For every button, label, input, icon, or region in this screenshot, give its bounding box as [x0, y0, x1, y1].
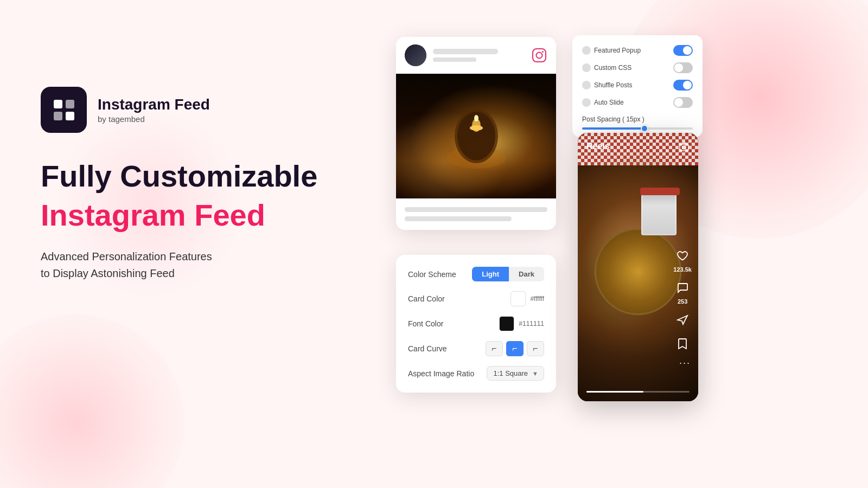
svg-point-17 — [682, 146, 686, 149]
toggle-featured-popup[interactable] — [673, 45, 693, 56]
settings-icon-shuffle — [582, 81, 591, 89]
font-color-value: #111111 — [519, 320, 544, 328]
comment-count: 253 — [678, 298, 687, 305]
curve-btn-rounded[interactable]: ⌐ — [506, 341, 524, 356]
color-row-scheme: Color Scheme Light Dark — [408, 267, 544, 281]
settings-label-featured: Featured Popup — [594, 47, 641, 54]
svg-rect-4 — [533, 49, 546, 62]
bookmark-icon — [678, 338, 687, 352]
logo-text: Instagram Feed by tagembed — [98, 96, 210, 124]
aspect-ratio-value: 1:1 Square — [494, 369, 528, 377]
card-color-swatch[interactable] — [510, 291, 526, 306]
svg-rect-2 — [54, 112, 62, 120]
settings-row-css: Custom CSS — [582, 62, 693, 73]
settings-label-row-autoslide: Auto Slide — [582, 98, 624, 107]
subtext-line1: Advanced Personalization Features — [41, 248, 355, 265]
aspect-ratio-select[interactable]: 1:1 Square ▼ — [487, 366, 545, 381]
send-icon — [676, 314, 688, 328]
post-header-line2 — [433, 57, 476, 62]
more-icon[interactable]: ··· — [679, 357, 691, 369]
post-spacing-container: Post Spacing ( 15px ) — [582, 115, 693, 130]
plate-visual — [595, 228, 681, 315]
svg-point-6 — [542, 51, 544, 53]
card-color-swatch-row: #ffffff — [510, 291, 544, 306]
settings-row-shuffle: Shuffle Posts — [582, 80, 693, 91]
logo-subtitle: by tagembed — [98, 114, 210, 124]
post-footer — [396, 198, 556, 230]
scheme-light-button[interactable]: Light — [472, 267, 509, 281]
post-footer-line1 — [405, 207, 547, 212]
color-scheme-label: Color Scheme — [408, 270, 456, 279]
settings-label-autoslide: Auto Slide — [594, 99, 624, 106]
slider-thumb — [641, 125, 648, 132]
post-image — [396, 74, 556, 198]
bg-blob-bottom-left — [0, 314, 184, 488]
settings-icon-featured — [582, 46, 591, 55]
reels-progress-fill — [586, 391, 643, 393]
scheme-dark-button[interactable]: Dark — [509, 267, 544, 281]
post-spacing-label: Post Spacing ( 15px ) — [582, 115, 693, 123]
color-row-card: Card Color #ffffff — [408, 291, 544, 306]
subtext: Advanced Personalization Features to Dis… — [41, 248, 355, 282]
post-image-candle — [396, 74, 556, 198]
settings-label-css: Custom CSS — [594, 64, 631, 72]
jar-visual — [641, 192, 676, 235]
avatar-inner — [405, 44, 426, 66]
post-card-header — [396, 37, 556, 74]
post-header-lines — [433, 49, 531, 62]
post-header-line1 — [433, 49, 498, 54]
curve-btn-more-rounded[interactable]: ⌐ — [527, 341, 544, 356]
settings-panel: Featured Popup Custom CSS Shuffle Posts … — [572, 35, 703, 137]
post-card — [396, 37, 556, 230]
card-curve-label: Card Curve — [408, 344, 447, 353]
settings-label-row: Featured Popup — [582, 46, 641, 55]
svg-point-15 — [474, 115, 478, 121]
color-row-font: Font Color #111111 — [408, 316, 544, 331]
jar-lid — [640, 188, 680, 195]
settings-icon-autoslide — [582, 98, 591, 107]
color-panel: Color Scheme Light Dark Card Color #ffff… — [396, 255, 556, 393]
instagram-icon — [531, 47, 547, 63]
logo-container: Instagram Feed by tagembed — [41, 87, 355, 133]
svg-point-5 — [537, 53, 542, 59]
toggle-auto-slide[interactable] — [673, 97, 693, 108]
toggle-custom-css[interactable] — [673, 62, 693, 73]
headline-line1: Fully Customizable — [41, 159, 355, 194]
reels-image: Reels 123.5k — [578, 133, 698, 401]
headline-line2: Instagram Feed — [41, 198, 355, 233]
settings-label-row-css: Custom CSS — [582, 63, 631, 72]
reels-card: Reels 123.5k — [578, 133, 698, 401]
logo-title: Instagram Feed — [98, 96, 210, 113]
font-color-label: Font Color — [408, 319, 443, 328]
color-row-curve: Card Curve ⌐ ⌐ ⌐ — [408, 341, 544, 356]
reels-send-action[interactable] — [676, 314, 688, 328]
reels-like-action[interactable]: 123.5k — [673, 251, 692, 273]
subtext-line2: to Display Astonishing Feed — [41, 265, 355, 282]
svg-rect-3 — [66, 112, 74, 120]
settings-icon-css — [582, 63, 591, 72]
heart-icon — [676, 251, 688, 264]
font-color-swatch[interactable] — [499, 316, 514, 331]
settings-label-row-shuffle: Shuffle Posts — [582, 81, 633, 89]
reels-bookmark-action[interactable] — [678, 338, 687, 352]
card-color-label: Card Color — [408, 294, 445, 303]
toggle-shuffle-posts[interactable] — [673, 80, 693, 91]
tag-icon — [52, 98, 76, 123]
comment-icon — [676, 282, 688, 296]
post-spacing-slider[interactable] — [582, 127, 693, 130]
post-footer-line2 — [405, 216, 512, 221]
candle-scene — [422, 82, 531, 190]
chevron-down-icon: ▼ — [532, 370, 538, 377]
settings-label-shuffle: Shuffle Posts — [594, 81, 633, 89]
reels-label: Reels — [586, 142, 610, 151]
post-avatar — [405, 44, 426, 66]
logo-icon — [41, 87, 87, 133]
svg-rect-0 — [54, 100, 62, 108]
curve-btn-sharp[interactable]: ⌐ — [486, 341, 503, 356]
svg-rect-16 — [680, 144, 688, 151]
svg-rect-1 — [66, 100, 74, 108]
reels-comment-action[interactable]: 253 — [676, 282, 688, 305]
camera-icon — [679, 142, 690, 155]
reels-progress-bar — [586, 391, 690, 393]
right-section: Featured Popup Custom CSS Shuffle Posts … — [380, 0, 868, 488]
